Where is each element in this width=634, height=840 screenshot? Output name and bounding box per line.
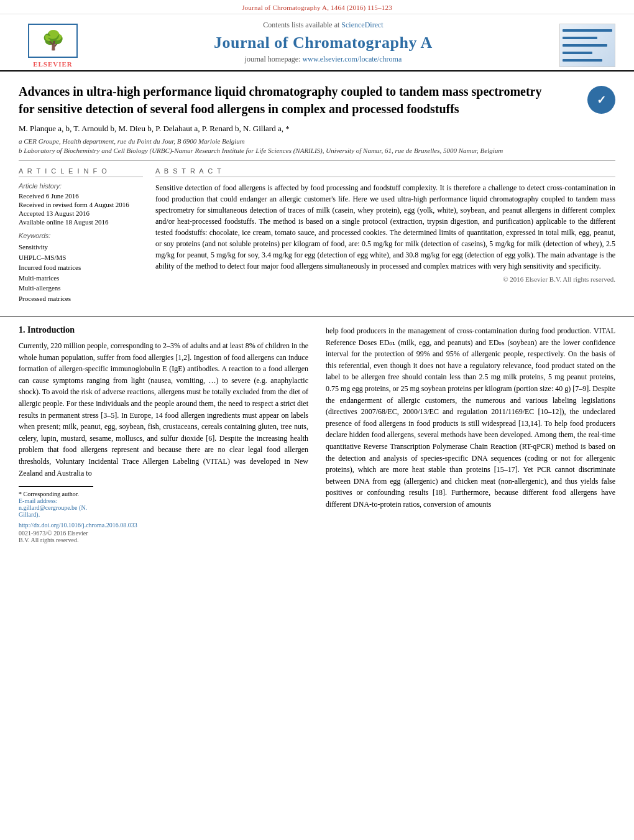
keywords-label: Keywords: — [19, 232, 143, 239]
article-title-row: Advances in ultra-high performance liqui… — [19, 83, 615, 118]
elsevier-logo: 🌳 ELSEVIER — [19, 24, 87, 68]
divider-after-affiliations — [19, 160, 615, 161]
crossmark-icon: ✓ — [597, 93, 606, 107]
received-date: Received 6 June 2016 — [19, 192, 143, 200]
authors-text: M. Planque a, b, T. Arnould b, M. Dieu b… — [19, 124, 290, 133]
thumb-line-3 — [563, 44, 607, 47]
page: Journal of Chromatography A, 1464 (2016)… — [0, 0, 634, 840]
contents-label: Contents lists available at — [263, 21, 339, 29]
thumb-line-1 — [563, 29, 612, 32]
abstract-col: A B S T R A C T Sensitive detection of f… — [155, 167, 615, 310]
info-abstract-section: A R T I C L E I N F O Article history: R… — [0, 167, 634, 310]
keyword-2: UHPLC–MS/MS — [19, 252, 143, 263]
logo-tree-box: 🌳 — [28, 24, 78, 58]
body-right-col: help food producers in the management of… — [326, 325, 615, 543]
journal-center: Contents lists available at ScienceDirec… — [87, 21, 559, 70]
contents-line: Contents lists available at ScienceDirec… — [99, 21, 547, 30]
accepted-date: Accepted 13 August 2016 — [19, 210, 143, 217]
journal-homepage: journal homepage: www.elsevier.com/locat… — [99, 55, 547, 64]
keyword-4: Multi-matrices — [19, 273, 143, 284]
issn-text: 0021-9673/© 2016 Elsevier B.V. All right… — [19, 530, 93, 543]
available-date: Available online 18 August 2016 — [19, 218, 143, 226]
intro-col1-text: Currently, 220 million people, correspon… — [19, 340, 308, 479]
tree-icon: 🌳 — [42, 31, 65, 50]
article-section: Advances in ultra-high performance liqui… — [0, 72, 634, 161]
homepage-url[interactable]: www.elsevier.com/locate/chroma — [302, 55, 402, 63]
article-info-col: A R T I C L E I N F O Article history: R… — [19, 167, 143, 310]
journal-header: 🌳 ELSEVIER Contents lists available at S… — [0, 14, 634, 72]
journal-thumbnail — [559, 24, 615, 67]
keyword-6: Processed matrices — [19, 293, 143, 304]
article-history-group: Article history: Received 6 June 2016 Re… — [19, 182, 143, 226]
keywords-group: Keywords: Sensitivity UHPLC–MS/MS Incurr… — [19, 232, 143, 303]
thumb-line-2 — [563, 37, 597, 39]
article-info-heading: A R T I C L E I N F O — [19, 167, 143, 177]
abstract-text: Sensitive detection of food allergens is… — [155, 182, 615, 272]
keyword-5: Multi-allergens — [19, 283, 143, 293]
article-title: Advances in ultra-high performance liqui… — [19, 83, 547, 118]
thumb-line-5 — [563, 59, 602, 62]
journal-ref-bar: Journal of Chromatography A, 1464 (2016)… — [0, 0, 634, 14]
journal-title: Journal of Chromatography A — [99, 34, 547, 52]
thumb-line-4 — [563, 52, 592, 54]
intro-col2-para: help food producers in the management of… — [326, 325, 615, 510]
keyword-1: Sensitivity — [19, 242, 143, 252]
revised-date: Received in revised form 4 August 2016 — [19, 201, 143, 208]
elsevier-label: ELSEVIER — [33, 60, 73, 68]
intro-col1-para: Currently, 220 million people, correspon… — [19, 340, 308, 479]
authors-line: M. Planque a, b, T. Arnould b, M. Dieu b… — [19, 124, 615, 134]
abstract-heading: A B S T R A C T — [155, 167, 615, 177]
footnote-email-text: E-mail address: n.gillard@cergroupe.be (… — [19, 497, 93, 518]
journal-ref-text: Journal of Chromatography A, 1464 (2016)… — [242, 4, 392, 11]
introduction-title: 1. Introduction — [19, 325, 308, 335]
footnote-star-text: * Corresponding author. — [19, 491, 93, 497]
history-label: Article history: — [19, 182, 143, 190]
footnote-section: * Corresponding author. E-mail address: … — [19, 486, 93, 543]
doi-link[interactable]: http://dx.doi.org/10.1016/j.chroma.2016.… — [19, 522, 93, 528]
copyright-line: © 2016 Elsevier B.V. All rights reserved… — [155, 275, 615, 283]
body-section: 1. Introduction Currently, 220 million p… — [0, 316, 634, 543]
homepage-label: journal homepage: — [245, 55, 301, 63]
keywords-list: Sensitivity UHPLC–MS/MS Incurred food ma… — [19, 242, 143, 303]
keyword-3: Incurred food matrices — [19, 262, 143, 273]
affiliation-b: b Laboratory of Biochemistry and Cell Bi… — [19, 147, 615, 154]
affiliation-a: a CER Groupe, Health department, rue du … — [19, 137, 615, 145]
crossmark-badge: ✓ — [587, 86, 615, 114]
sciencedirect-link[interactable]: ScienceDirect — [341, 21, 383, 29]
intro-col2-text: help food producers in the management of… — [326, 325, 615, 510]
body-two-col: 1. Introduction Currently, 220 million p… — [19, 325, 615, 543]
body-left-col: 1. Introduction Currently, 220 million p… — [19, 325, 308, 543]
